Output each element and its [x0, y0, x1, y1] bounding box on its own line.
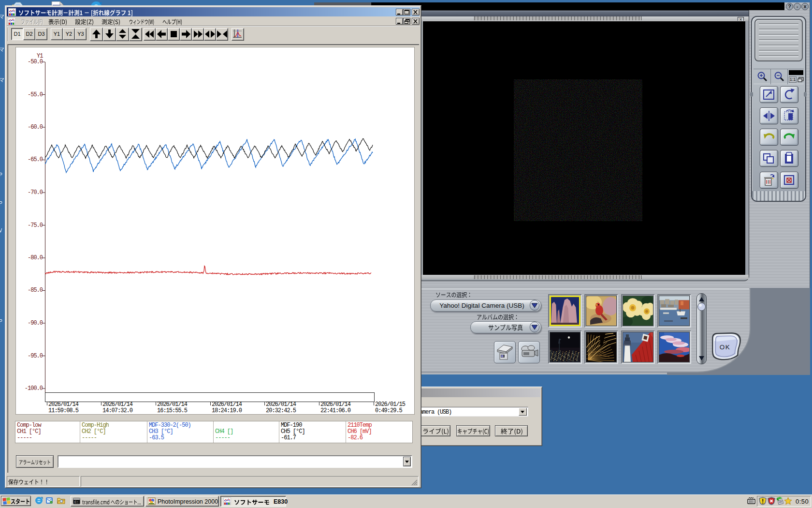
svg-text:C:: C: — [74, 500, 78, 504]
svg-text:OK: OK — [720, 344, 731, 351]
